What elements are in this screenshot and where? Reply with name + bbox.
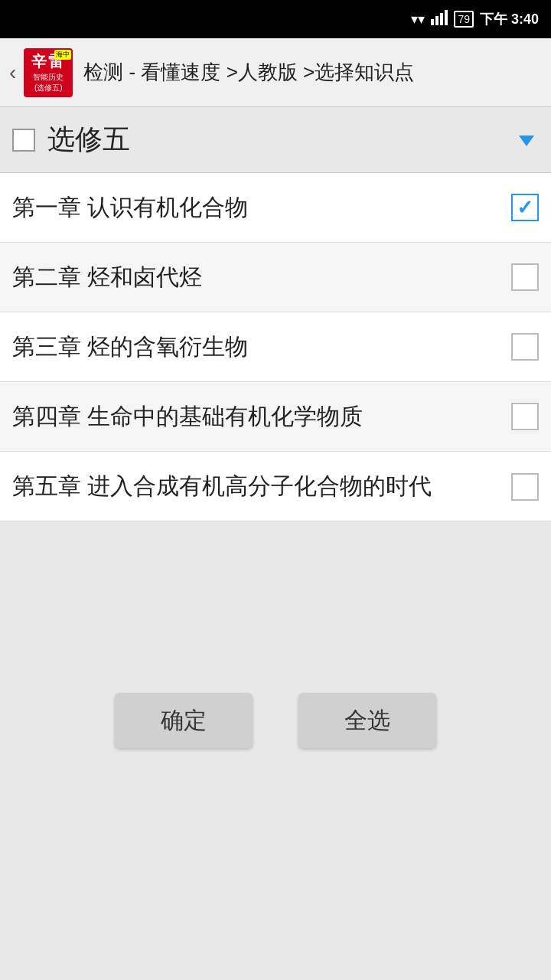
select-all-button[interactable]: 全选 — [298, 693, 436, 748]
svg-rect-1 — [435, 16, 439, 25]
svg-rect-0 — [431, 19, 434, 25]
section-header-checkbox[interactable] — [12, 129, 35, 152]
back-button[interactable]: ‹ — [9, 60, 16, 85]
logo-sub-text2: (选修五) — [34, 83, 63, 93]
chapter-checkbox-3[interactable] — [511, 333, 539, 361]
chapter-row-1[interactable]: 第一章 认识有机化合物✓ — [0, 173, 551, 243]
status-bar: ▾▾ 79 下午 3:40 — [0, 0, 551, 38]
page-title: 检测 - 看懂速度 >人教版 >选择知识点 — [83, 60, 542, 84]
svg-marker-4 — [519, 136, 534, 146]
logo-sub-text1: 智能历史 — [33, 72, 64, 83]
chapter-row-4[interactable]: 第四章 生命中的基础有机化学物质 — [0, 382, 551, 452]
wifi-icon: ▾▾ — [411, 11, 425, 28]
chapter-row-5[interactable]: 第五章 进入合成有机高分子化合物的时代 — [0, 452, 551, 521]
section-header[interactable]: 选修五 — [0, 107, 551, 173]
chapter-label-5: 第五章 进入合成有机高分子化合物的时代 — [12, 470, 511, 502]
nav-bar: ‹ 海中 辛雷 智能历史 (选修五) 检测 - 看懂速度 >人教版 >选择知识点 — [0, 38, 551, 107]
logo-badge: 海中 — [54, 50, 71, 60]
content-area: 选修五 第一章 认识有机化合物✓第二章 烃和卤代烃第三章 烃的含氧衍生物第四章 … — [0, 107, 551, 521]
svg-rect-2 — [440, 13, 443, 25]
status-icons: ▾▾ 79 下午 3:40 — [411, 10, 539, 29]
chapter-label-4: 第四章 生命中的基础有机化学物质 — [12, 400, 511, 433]
content-spacer — [0, 521, 551, 675]
chapter-checkbox-5[interactable] — [511, 473, 539, 501]
checkmark-icon-1: ✓ — [517, 198, 533, 217]
app-logo: 海中 辛雷 智能历史 (选修五) — [24, 48, 73, 97]
section-header-label: 选修五 — [47, 121, 514, 158]
battery-icon: 79 — [454, 11, 474, 28]
svg-rect-3 — [445, 10, 448, 25]
chapter-checkbox-2[interactable] — [511, 263, 539, 291]
chapter-label-3: 第三章 烃的含氧衍生物 — [12, 331, 511, 363]
chapter-row-3[interactable]: 第三章 烃的含氧衍生物 — [0, 312, 551, 382]
chapter-checkbox-1[interactable]: ✓ — [511, 194, 539, 221]
chapter-row-2[interactable]: 第二章 烃和卤代烃 — [0, 243, 551, 312]
confirm-button[interactable]: 确定 — [115, 693, 253, 748]
chapter-label-1: 第一章 认识有机化合物 — [12, 191, 511, 224]
signal-icon — [431, 10, 448, 29]
chapters-list: 第一章 认识有机化合物✓第二章 烃和卤代烃第三章 烃的含氧衍生物第四章 生命中的… — [0, 173, 551, 521]
status-time: 下午 3:40 — [480, 10, 539, 28]
dropdown-arrow-icon[interactable] — [514, 128, 539, 152]
bottom-buttons: 确定 全选 — [0, 675, 551, 766]
chapter-checkbox-4[interactable] — [511, 403, 539, 430]
chapter-label-2: 第二章 烃和卤代烃 — [12, 261, 511, 293]
